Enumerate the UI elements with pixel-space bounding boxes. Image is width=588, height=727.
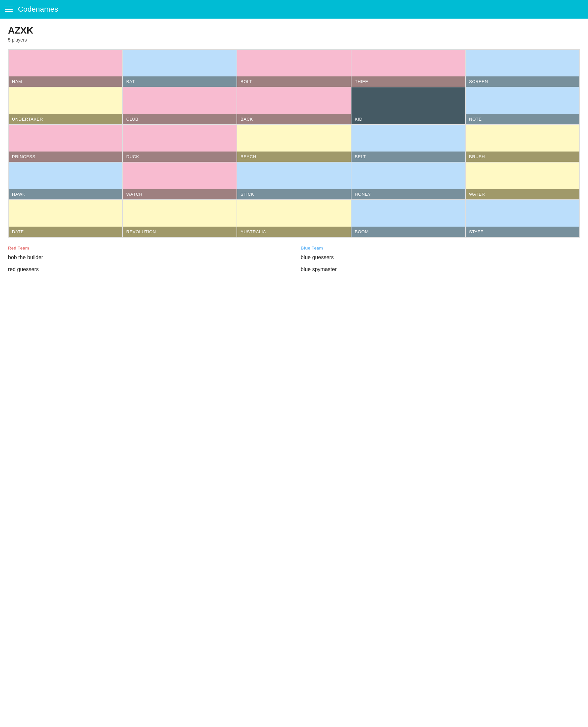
player-count: 5 players: [8, 37, 580, 43]
card-label-back: BACK: [237, 114, 351, 124]
card-back[interactable]: BACK: [237, 87, 351, 125]
card-label-kid: KID: [352, 114, 465, 124]
app-title: Codenames: [18, 5, 58, 14]
card-water[interactable]: WATER: [465, 162, 580, 200]
card-belt[interactable]: BELT: [351, 125, 465, 162]
card-label-beach: BEACH: [237, 151, 351, 162]
card-watch[interactable]: WATCH: [123, 162, 237, 200]
menu-icon[interactable]: [5, 7, 13, 12]
red-player: bob the builder: [8, 254, 287, 261]
card-australia[interactable]: AUSTRALIA: [237, 200, 351, 237]
card-label-screen: SCREEN: [466, 77, 579, 87]
card-staff[interactable]: STAFF: [465, 200, 580, 237]
blue-team-header: Blue Team: [301, 246, 580, 251]
teams-section: Red Team bob the builderred guessers Blu…: [8, 246, 580, 278]
card-honey[interactable]: HONEY: [351, 162, 465, 200]
card-label-australia: AUSTRALIA: [237, 227, 351, 237]
card-label-thief: THIEF: [352, 77, 465, 87]
card-label-water: WATER: [466, 189, 579, 199]
blue-team: Blue Team blue guessersblue spymaster: [301, 246, 580, 278]
red-team: Red Team bob the builderred guessers: [8, 246, 287, 278]
app-header: Codenames: [0, 0, 588, 19]
card-label-belt: BELT: [352, 151, 465, 162]
card-club[interactable]: CLUB: [123, 87, 237, 125]
card-undertaker[interactable]: UNDERTAKER: [8, 87, 123, 125]
card-revolution[interactable]: REVOLUTION: [123, 200, 237, 237]
card-label-princess: PRINCESS: [9, 151, 122, 162]
card-label-stick: STICK: [237, 189, 351, 199]
blue-player: blue guessers: [301, 254, 580, 261]
card-label-note: NOTE: [466, 114, 579, 124]
game-code: AZXK: [8, 25, 580, 36]
card-duck[interactable]: DUCK: [123, 125, 237, 162]
card-boom[interactable]: BOOM: [351, 200, 465, 237]
card-label-brush: BRUSH: [466, 151, 579, 162]
card-label-club: CLUB: [123, 114, 236, 124]
blue-player: blue spymaster: [301, 267, 580, 272]
card-label-watch: WATCH: [123, 189, 236, 199]
card-ham[interactable]: HAM: [8, 49, 123, 87]
card-label-revolution: REVOLUTION: [123, 227, 236, 237]
card-label-staff: STAFF: [466, 227, 579, 237]
game-grid: HAMBATBOLTTHIEFSCREENUNDERTAKERCLUBBACKK…: [8, 49, 580, 237]
card-beach[interactable]: BEACH: [237, 125, 351, 162]
card-date[interactable]: DATE: [8, 200, 123, 237]
card-label-boom: BOOM: [352, 227, 465, 237]
card-screen[interactable]: SCREEN: [465, 49, 580, 87]
card-label-undertaker: UNDERTAKER: [9, 114, 122, 124]
card-label-bat: BAT: [123, 77, 236, 87]
card-label-honey: HONEY: [352, 189, 465, 199]
card-label-ham: HAM: [9, 77, 122, 87]
card-label-date: DATE: [9, 227, 122, 237]
card-bat[interactable]: BAT: [123, 49, 237, 87]
card-label-bolt: BOLT: [237, 77, 351, 87]
red-player: red guessers: [8, 267, 287, 272]
card-label-duck: DUCK: [123, 151, 236, 162]
card-brush[interactable]: BRUSH: [465, 125, 580, 162]
card-bolt[interactable]: BOLT: [237, 49, 351, 87]
card-note[interactable]: NOTE: [465, 87, 580, 125]
page-content: AZXK 5 players HAMBATBOLTTHIEFSCREENUNDE…: [0, 19, 588, 285]
card-hawk[interactable]: HAWK: [8, 162, 123, 200]
card-stick[interactable]: STICK: [237, 162, 351, 200]
card-kid[interactable]: KID: [351, 87, 465, 125]
card-princess[interactable]: PRINCESS: [8, 125, 123, 162]
card-thief[interactable]: THIEF: [351, 49, 465, 87]
card-label-hawk: HAWK: [9, 189, 122, 199]
red-team-header: Red Team: [8, 246, 287, 251]
